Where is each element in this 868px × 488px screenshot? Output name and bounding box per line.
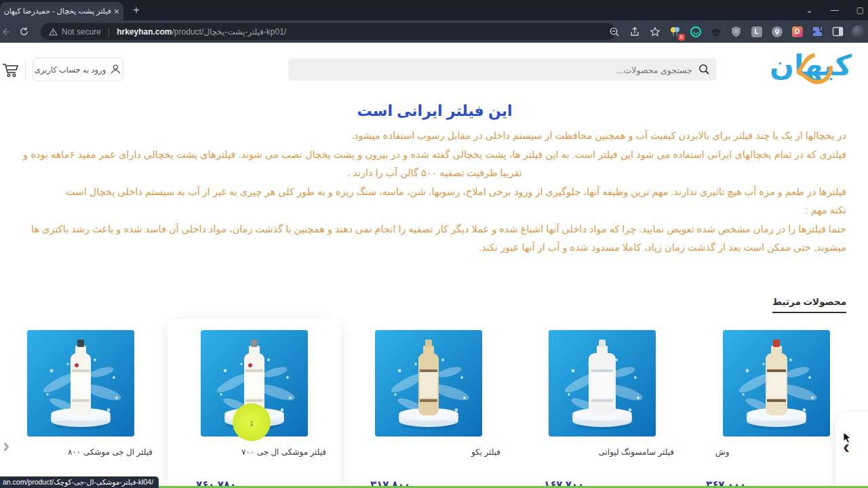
share-icon[interactable] xyxy=(627,24,642,39)
product-name[interactable]: فیلتر ال جی موشکی ۸۰۰ xyxy=(0,447,153,457)
article: این فیلتر ایرانی است در یخچالها از یک یا… xyxy=(23,102,846,258)
toolbar-icons: 6 L D xyxy=(607,20,865,43)
user-icon xyxy=(110,64,121,75)
product-image[interactable] xyxy=(549,330,656,436)
new-tab-button[interactable]: + xyxy=(133,3,140,18)
shield-extension-icon[interactable] xyxy=(729,24,743,39)
url-domain: hrkeyhan.com xyxy=(117,27,172,37)
mouse-cursor xyxy=(843,432,853,444)
product-card[interactable]: فیلتر بکو ۳۱۷,۸۰۰ xyxy=(342,319,515,488)
search-icon[interactable] xyxy=(698,63,710,75)
not-secure-label: Not secure xyxy=(62,27,101,37)
letter-l-extension-icon[interactable]: L xyxy=(749,24,764,39)
extension-badge: 6 xyxy=(678,34,685,41)
browser-window: فیلتر پشت یخچال - حمیدرضا کیهان × + ⌄ — … xyxy=(0,0,868,488)
search-input[interactable] xyxy=(295,58,694,82)
url-path: /product/فیلتر-پشت-یخچال-kp01/ xyxy=(172,27,287,37)
window-controls: ⌄ — ▢ xyxy=(806,0,864,20)
bookmark-star-icon[interactable] xyxy=(648,24,662,39)
product-name[interactable]: وش xyxy=(715,447,729,457)
zoom-out-icon[interactable] xyxy=(607,24,621,39)
product-card[interactable]: فیلتر ال جی موشکی ۸۰۰ xyxy=(0,319,167,488)
page-url: hrkeyhan.com/product/فیلتر-پشت-یخچال-kp0… xyxy=(117,27,286,37)
green-ring-extension-icon[interactable] xyxy=(688,24,703,39)
status-bar-link: an.com/product/فیلتر-موشکی-ال-جی-کوچک-kl… xyxy=(0,476,159,488)
product-name[interactable]: فیلتر موشکی ال جی ۷۰۰ xyxy=(172,447,326,457)
spy-extension-icon[interactable] xyxy=(709,24,723,39)
article-paragraph-1: در یخچالها از یک یا چند فیلتر برای بالاب… xyxy=(23,127,846,146)
cart-icon[interactable] xyxy=(1,62,19,78)
balloons-extension-icon[interactable]: 6 xyxy=(668,24,682,39)
maximize-button[interactable]: ▢ xyxy=(856,5,864,15)
article-note: نکته مهم : xyxy=(23,201,846,220)
click-highlight: ↕ xyxy=(233,403,271,441)
address-divider: | xyxy=(108,27,110,37)
location-pin-extension-icon[interactable] xyxy=(770,24,784,39)
letter-d-extension-icon[interactable]: D xyxy=(790,24,804,39)
profile-avatar[interactable] xyxy=(851,24,865,39)
site-logo[interactable]: کیهان xyxy=(772,46,852,85)
address-bar[interactable]: Not secure | hrkeyhan.com/product/فیلتر-… xyxy=(41,23,616,40)
product-image[interactable] xyxy=(375,330,482,436)
refresh-icon[interactable] xyxy=(19,26,38,37)
login-button[interactable]: ورود به حساب کاربری xyxy=(33,58,123,81)
carousel-prev-button[interactable]: ‹ xyxy=(3,434,9,457)
related-products-heading: محصولات مرتبط xyxy=(772,296,846,313)
header-divider xyxy=(25,59,26,81)
tab-close-icon[interactable]: × xyxy=(114,6,119,17)
article-paragraph-4: حتما فیلترها را در زمان مشخص شده تعویض ن… xyxy=(23,220,846,258)
product-name[interactable]: فیلتر بکو xyxy=(346,447,500,457)
side-panel-icon[interactable] xyxy=(831,24,845,39)
extensions-puzzle-icon[interactable] xyxy=(810,24,825,39)
product-card[interactable]: فیلتر سامسونگ لیوانی ۱۶۷,۷۰۰ xyxy=(515,319,689,488)
tab-list-chevron-icon[interactable]: ⌄ xyxy=(806,5,813,15)
product-image[interactable] xyxy=(27,330,134,436)
carousel-next-button[interactable]: › xyxy=(835,412,868,488)
back-icon[interactable] xyxy=(0,26,19,37)
scroll-cursor-icon: ↕ xyxy=(250,418,254,428)
not-secure-warning-icon xyxy=(49,28,58,36)
minimize-button[interactable]: — xyxy=(831,5,839,15)
product-image[interactable] xyxy=(723,330,830,436)
article-paragraph-2: فیلتری که در تمام یخچالهای ایرانی استفاد… xyxy=(23,146,846,183)
search-box xyxy=(288,58,717,81)
article-paragraph-3: فیلترها در طعم و مزه آب هیچ تاثیری ندارن… xyxy=(23,183,846,202)
tab-title: فیلتر پشت یخچال - حمیدرضا کیهان xyxy=(4,7,111,16)
browser-tab[interactable]: فیلتر پشت یخچال - حمیدرضا کیهان × xyxy=(0,2,123,20)
browser-toolbar: Not secure | hrkeyhan.com/product/فیلتر-… xyxy=(0,20,868,43)
login-label: ورود به حساب کاربری xyxy=(35,65,106,75)
browser-tab-bar: فیلتر پشت یخچال - حمیدرضا کیهان × + ⌄ — … xyxy=(0,0,868,20)
web-page: ورود به حساب کاربری کیهان این فیلتر ایرا… xyxy=(0,43,868,488)
article-title: این فیلتر ایرانی است xyxy=(23,102,846,120)
product-name[interactable]: فیلتر سامسونگ لیوانی xyxy=(519,447,674,457)
